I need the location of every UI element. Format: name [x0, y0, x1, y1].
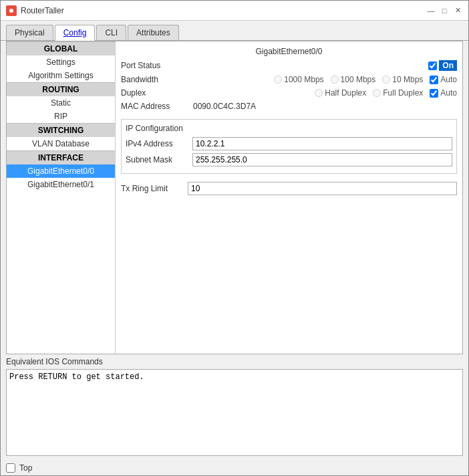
bandwidth-10mbps[interactable]: 10 Mbps — [382, 75, 423, 84]
sidebar-item-rip[interactable]: RIP — [7, 110, 115, 123]
port-status-on-badge: On — [439, 60, 457, 71]
duplex-full-radio[interactable] — [373, 89, 381, 97]
tab-attributes[interactable]: Attributes — [128, 25, 179, 40]
title-bar: RouterTaller — □ ✕ — [1, 1, 468, 21]
duplex-auto-label[interactable]: Auto — [430, 88, 457, 98]
duplex-half[interactable]: Half Duplex — [315, 88, 366, 98]
sidebar-item-vlan-database[interactable]: VLAN Database — [7, 137, 115, 150]
port-status-checkbox[interactable] — [428, 62, 437, 70]
panel-title: GigabitEthernet0/0 — [118, 44, 460, 60]
sidebar-section-routing: ROUTING — [7, 82, 115, 96]
duplex-auto-text: Auto — [440, 88, 457, 98]
ipv4-input[interactable] — [192, 137, 452, 150]
subnet-label: Subnet Mask — [126, 155, 192, 164]
duplex-full[interactable]: Full Duplex — [373, 88, 423, 98]
svg-point-1 — [9, 9, 13, 13]
sidebar-item-static[interactable]: Static — [7, 96, 115, 110]
tab-config[interactable]: Config — [55, 25, 96, 41]
sidebar-item-gigabitethernet01[interactable]: GigabitEthernet0/1 — [7, 178, 115, 191]
mac-address-value: 0090.0C4C.3D7A — [193, 102, 256, 111]
duplex-label: Duplex — [121, 88, 188, 98]
subnet-input[interactable] — [192, 153, 452, 166]
maximize-button[interactable]: □ — [439, 5, 450, 16]
bandwidth-row: Bandwidth 1000 Mbps 100 Mbps 10 Mbps — [118, 75, 460, 84]
bottom-section: Equivalent IOS Commands — [6, 357, 463, 458]
bandwidth-label: Bandwidth — [121, 75, 188, 84]
duplex-half-label: Half Duplex — [325, 88, 366, 98]
ios-console[interactable] — [6, 369, 463, 456]
bandwidth-10mbps-label: 10 Mbps — [392, 75, 423, 84]
bandwidth-100mbps-radio[interactable] — [331, 76, 339, 84]
duplex-row: Duplex Half Duplex Full Duplex Auto — [118, 88, 460, 98]
port-status-label: Port Status — [121, 61, 188, 70]
sidebar-item-gigabitethernet00[interactable]: GigabitEthernet0/0 — [7, 164, 115, 178]
ip-config-title: IP Configuration — [126, 124, 452, 133]
tx-ring-label: Tx Ring Limit — [121, 184, 188, 193]
duplex-radio-group: Half Duplex Full Duplex Auto — [188, 88, 457, 98]
main-window: RouterTaller — □ ✕ Physical Config CLI A… — [0, 0, 469, 476]
sidebar-section-interface: INTERFACE — [7, 150, 115, 164]
sidebar-section-switching: SWITCHING — [7, 123, 115, 137]
bandwidth-100mbps[interactable]: 100 Mbps — [331, 75, 376, 84]
bandwidth-auto-text: Auto — [440, 75, 457, 84]
sidebar-section-global: GLOBAL — [7, 41, 115, 55]
subnet-row: Subnet Mask — [126, 153, 452, 166]
tab-cli[interactable]: CLI — [96, 25, 126, 40]
bandwidth-auto-label[interactable]: Auto — [430, 75, 457, 84]
right-panel: GigabitEthernet0/0 Port Status On Bandwi… — [116, 41, 462, 354]
duplex-half-radio[interactable] — [315, 89, 323, 97]
top-label: Top — [19, 463, 32, 473]
top-checkbox[interactable] — [6, 463, 15, 473]
window-title: RouterTaller — [21, 6, 64, 15]
bandwidth-1000mbps-label: 1000 Mbps — [284, 75, 323, 84]
tx-ring-input[interactable] — [188, 182, 457, 195]
port-status-row: Port Status On — [118, 60, 460, 71]
ipv4-label: IPv4 Address — [126, 139, 192, 148]
app-icon — [6, 5, 17, 16]
close-button[interactable]: ✕ — [452, 5, 463, 16]
bandwidth-radio-group: 1000 Mbps 100 Mbps 10 Mbps Auto — [188, 75, 457, 84]
sidebar-item-algorithm-settings[interactable]: Algorithm Settings — [7, 69, 115, 82]
minimize-button[interactable]: — — [426, 5, 436, 16]
mac-address-row: MAC Address 0090.0C4C.3D7A — [118, 102, 460, 111]
bandwidth-auto-checkbox[interactable] — [430, 76, 438, 84]
tab-physical[interactable]: Physical — [6, 25, 53, 40]
duplex-auto-checkbox[interactable] — [430, 89, 438, 98]
equivalent-ios-label: Equivalent IOS Commands — [6, 357, 463, 366]
ipv4-row: IPv4 Address — [126, 137, 452, 150]
sidebar: GLOBAL Settings Algorithm Settings ROUTI… — [7, 41, 116, 354]
tabs-bar: Physical Config CLI Attributes — [1, 21, 468, 41]
bandwidth-1000mbps-radio[interactable] — [274, 76, 282, 84]
bandwidth-100mbps-label: 100 Mbps — [341, 75, 376, 84]
tx-ring-row: Tx Ring Limit — [121, 182, 457, 195]
bandwidth-10mbps-radio[interactable] — [382, 76, 390, 84]
port-status-controls: On — [428, 60, 457, 71]
bandwidth-1000mbps[interactable]: 1000 Mbps — [274, 75, 323, 84]
sidebar-inner: GLOBAL Settings Algorithm Settings ROUTI… — [7, 41, 115, 354]
sidebar-item-settings[interactable]: Settings — [7, 55, 115, 69]
duplex-full-label: Full Duplex — [383, 88, 423, 98]
mac-address-label: MAC Address — [121, 102, 188, 111]
ip-config-section: IP Configuration IPv4 Address Subnet Mas… — [121, 119, 457, 174]
footer-bar: Top — [1, 461, 468, 475]
main-content: GLOBAL Settings Algorithm Settings ROUTI… — [6, 41, 463, 354]
window-controls: — □ ✕ — [426, 5, 463, 16]
port-status-checkbox-label[interactable]: On — [428, 60, 457, 71]
title-bar-left: RouterTaller — [6, 5, 64, 16]
